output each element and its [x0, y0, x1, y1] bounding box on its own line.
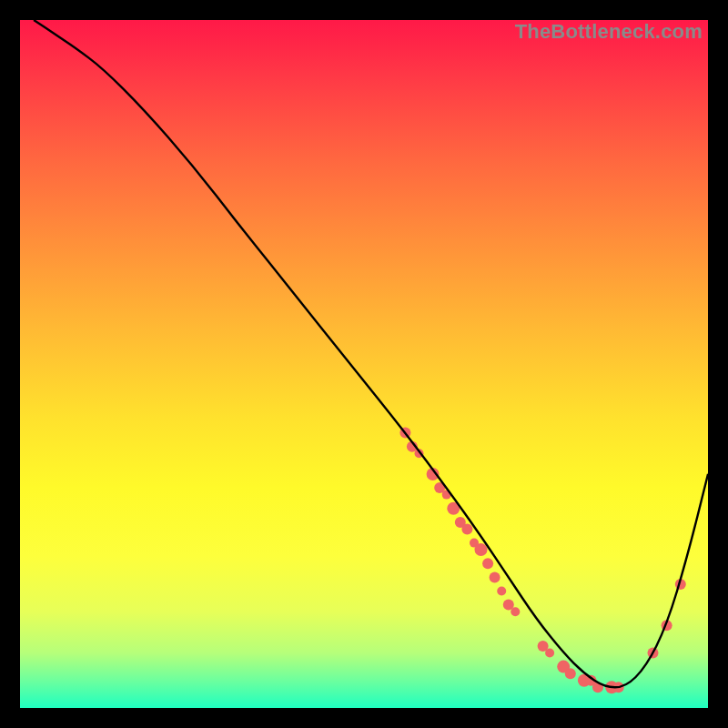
chart-markers [399, 428, 685, 694]
chart-container: TheBottleneck.com [0, 0, 728, 728]
chart-svg [20, 20, 708, 708]
chart-marker [482, 558, 493, 569]
bottleneck-curve [34, 20, 708, 687]
chart-marker [475, 543, 488, 556]
chart-marker [511, 607, 520, 616]
chart-marker [490, 571, 500, 582]
chart-marker [461, 523, 472, 534]
chart-marker [497, 587, 506, 596]
chart-marker [545, 649, 554, 658]
chart-marker [565, 668, 576, 679]
plot-area: TheBottleneck.com [20, 20, 708, 708]
